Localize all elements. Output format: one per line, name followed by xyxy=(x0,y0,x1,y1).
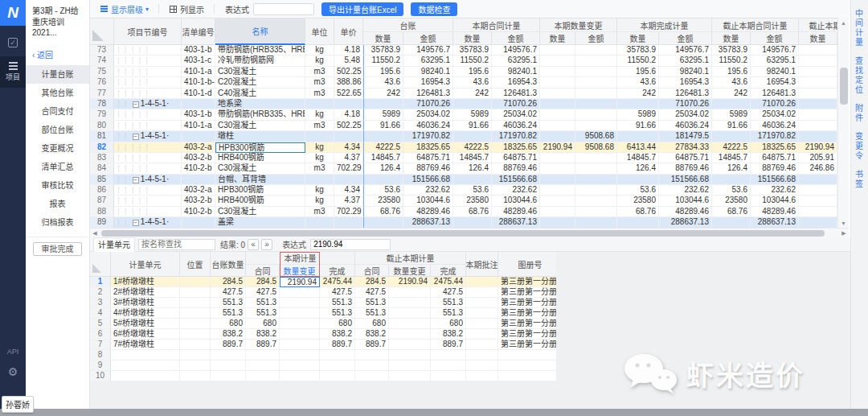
value-cell[interactable]: 551.3 xyxy=(355,308,389,319)
value-cell[interactable]: 48289.46 xyxy=(403,207,453,217)
note-cell[interactable] xyxy=(466,287,498,298)
tree-cell[interactable]: ┊┊−1-4-5-1· xyxy=(114,175,182,185)
value-cell[interactable] xyxy=(540,77,575,88)
ledger-qty-cell[interactable]: 551.3 xyxy=(211,298,246,308)
value-cell[interactable] xyxy=(799,109,837,120)
tree-cell[interactable]: ┊┊−1-4-5-1· xyxy=(114,217,182,228)
value-cell[interactable]: 98240.1 xyxy=(403,67,453,77)
right-tool-item[interactable]: 书签 xyxy=(855,170,865,189)
value-cell[interactable]: 16954.3 xyxy=(659,77,712,88)
value-cell[interactable]: 551.3 xyxy=(320,308,355,319)
value-cell[interactable] xyxy=(575,207,617,217)
value-cell[interactable] xyxy=(540,175,575,185)
value-cell[interactable] xyxy=(431,371,466,381)
book-number-cell[interactable]: 第三册第一分册 xyxy=(498,319,556,329)
vertical-scrollbar[interactable]: ▲ ▼ xyxy=(837,18,849,228)
value-cell[interactable]: 126481.3 xyxy=(659,89,712,99)
name-cell[interactable]: HPB300钢筋 xyxy=(215,142,305,153)
value-cell[interactable] xyxy=(389,308,431,319)
position-cell[interactable] xyxy=(180,308,211,319)
value-cell[interactable]: 46036.24 xyxy=(751,121,799,131)
right-tool-item[interactable]: 查找定位 xyxy=(855,56,865,95)
group-header-label[interactable]: 台账 xyxy=(363,19,453,32)
collapse-icon[interactable]: − xyxy=(133,134,139,140)
value-cell[interactable] xyxy=(575,185,617,196)
value-cell[interactable]: 68.76 xyxy=(712,207,751,217)
value-cell[interactable]: 9508.68 xyxy=(575,131,617,142)
next-result-button[interactable]: » xyxy=(261,239,272,250)
code-cell[interactable]: 410-1-a xyxy=(182,67,215,77)
value-cell[interactable] xyxy=(575,217,617,228)
right-tool-item[interactable]: 变更令 xyxy=(855,132,865,161)
sidebar-item[interactable]: 计量台账 xyxy=(26,65,89,84)
value-cell[interactable]: 242 xyxy=(363,89,403,99)
unit-name-cell[interactable]: 6#桥墩墩柱 xyxy=(111,329,180,340)
value-cell[interactable] xyxy=(246,371,280,381)
value-cell[interactable]: 6413.44 xyxy=(617,142,659,153)
value-cell[interactable]: 16954.3 xyxy=(492,77,540,88)
value-cell[interactable] xyxy=(431,350,466,360)
book-number-cell[interactable] xyxy=(498,360,556,371)
value-cell[interactable]: 149576.7 xyxy=(659,45,712,56)
value-cell[interactable]: 48289.46 xyxy=(659,207,712,217)
unit-cell[interactable]: m3 xyxy=(305,89,334,99)
scroll-up-icon[interactable]: ▲ xyxy=(838,18,849,27)
position-cell[interactable] xyxy=(180,371,211,381)
value-cell[interactable] xyxy=(355,360,389,371)
value-cell[interactable] xyxy=(280,287,320,298)
price-cell[interactable]: 702.29 xyxy=(334,207,363,217)
value-cell[interactable]: 2190.94 xyxy=(799,142,837,153)
column-header[interactable]: 金额 xyxy=(751,32,799,45)
code-cell[interactable]: 403-1-c xyxy=(182,56,215,66)
value-cell[interactable] xyxy=(575,77,617,88)
value-cell[interactable]: 126.4 xyxy=(363,163,403,174)
table-row[interactable]: 78┊┊−1-4-5-1·地系梁71070.2671070.2671070.26… xyxy=(90,99,837,109)
name-cell[interactable]: C30混凝土 xyxy=(215,207,305,217)
value-cell[interactable]: 889.7 xyxy=(355,340,389,350)
unit-cell[interactable]: kg xyxy=(305,185,334,196)
right-tool-item[interactable]: 附件 xyxy=(855,104,865,123)
table-row[interactable]: 73┊┊┊┊┊403-1-b带肋钢筋(HRB335、HRB400)kg4.183… xyxy=(90,45,837,56)
scrollbar-thumb[interactable] xyxy=(840,68,848,105)
value-cell[interactable] xyxy=(389,287,431,298)
value-cell[interactable]: 63295.1 xyxy=(403,56,453,66)
column-header[interactable]: 完成 xyxy=(320,265,355,277)
value-cell[interactable]: 53.6 xyxy=(363,185,403,196)
column-display-button[interactable]: 列显示 xyxy=(170,3,204,15)
value-cell[interactable] xyxy=(389,340,431,350)
value-cell[interactable]: 126.4 xyxy=(453,163,492,174)
price-cell[interactable] xyxy=(334,175,363,185)
column-header[interactable]: 单位 xyxy=(305,19,334,45)
value-cell[interactable]: 149576.7 xyxy=(492,45,540,56)
group-header-label[interactable]: 本期合同计量 xyxy=(453,19,540,32)
value-cell[interactable]: 91.66 xyxy=(712,121,751,131)
value-cell[interactable] xyxy=(799,217,837,228)
value-cell[interactable]: 838.2 xyxy=(320,329,355,340)
value-cell[interactable]: 64875.71 xyxy=(659,153,712,163)
value-cell[interactable]: 151566.68 xyxy=(659,175,712,185)
book-number-cell[interactable]: 第三册第一分册 xyxy=(498,277,556,287)
value-cell[interactable]: 2190.94 xyxy=(389,277,431,287)
value-cell[interactable]: 68.76 xyxy=(363,207,403,217)
note-cell[interactable] xyxy=(466,308,498,319)
price-cell[interactable] xyxy=(334,99,363,109)
value-cell[interactable]: 680 xyxy=(355,319,389,329)
column-header[interactable]: 数量 xyxy=(617,32,659,45)
value-cell[interactable]: 5989 xyxy=(363,109,403,120)
sidebar-item[interactable]: 审核比较 xyxy=(26,176,89,195)
value-cell[interactable]: 427.5 xyxy=(320,287,355,298)
value-cell[interactable] xyxy=(246,360,280,371)
value-cell[interactable]: 551.3 xyxy=(355,298,389,308)
name-cell[interactable]: C30混凝土 xyxy=(215,163,305,174)
tree-cell[interactable]: ┊┊┊┊┊ xyxy=(114,109,182,120)
value-cell[interactable] xyxy=(320,360,355,371)
value-cell[interactable]: 288637.13 xyxy=(751,217,799,228)
unit-name-cell[interactable] xyxy=(111,371,180,381)
value-cell[interactable]: 64875.71 xyxy=(403,153,453,163)
column-header[interactable]: 数量 xyxy=(712,32,751,45)
value-cell[interactable] xyxy=(453,217,492,228)
value-cell[interactable] xyxy=(799,185,837,196)
value-cell[interactable] xyxy=(575,56,617,66)
group-header-label[interactable]: 本期计量 xyxy=(246,252,355,265)
table-row[interactable]: 87┊┊┊┊┊403-2-bHRB400钢筋kg4.3723580103044.… xyxy=(90,196,837,206)
